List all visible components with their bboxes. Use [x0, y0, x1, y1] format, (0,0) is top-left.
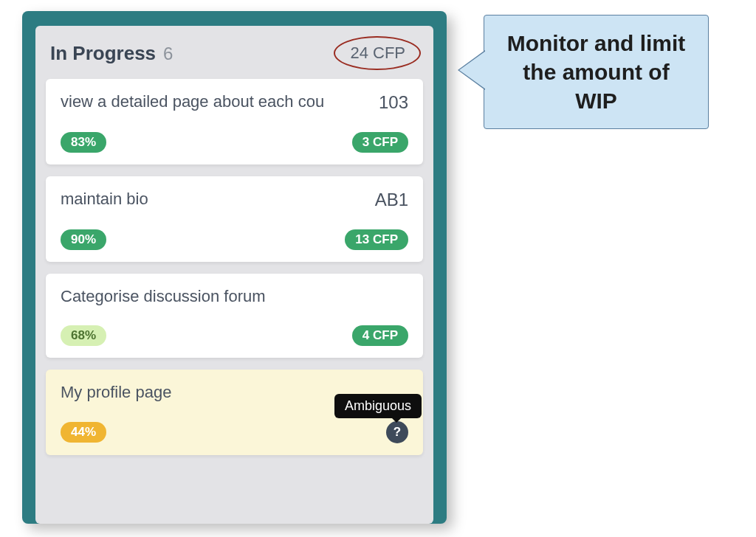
cfp-badge: 13 CFP [345, 229, 408, 250]
card-bottom-row: 44%?Ambiguous [61, 421, 408, 443]
column-title-wrap: In Progress 6 [50, 42, 173, 65]
card-bottom-row: 83%3 CFP [61, 132, 408, 153]
card-title: view a detailed page about each cou [61, 92, 368, 111]
task-card[interactable]: Categorise discussion forum68%4 CFP [46, 274, 423, 358]
column-in-progress: In Progress 6 24 CFP view a detailed pag… [35, 26, 433, 524]
card-title: maintain bio [61, 190, 365, 209]
column-title: In Progress [50, 42, 156, 65]
percent-badge: 68% [61, 325, 106, 346]
card-bottom-row: 68%4 CFP [61, 325, 408, 346]
card-list: view a detailed page about each cou10383… [46, 79, 423, 455]
task-card[interactable]: view a detailed page about each cou10383… [46, 79, 423, 164]
help-icon[interactable]: ?Ambiguous [386, 421, 408, 443]
task-card[interactable]: My profile page44%?Ambiguous [46, 370, 423, 455]
callout-text: Monitor and limit the amount of WIP [507, 31, 686, 113]
task-card[interactable]: maintain bioAB190%13 CFP [46, 176, 423, 262]
card-top-row: maintain bioAB1 [61, 190, 408, 210]
percent-badge: 83% [61, 132, 106, 153]
cfp-badge: 4 CFP [352, 325, 408, 346]
cfp-badge: 3 CFP [352, 132, 408, 153]
card-id: 103 [379, 92, 408, 113]
column-cfp-label: 24 CFP [350, 44, 405, 62]
card-top-row: view a detailed page about each cou103 [61, 92, 408, 113]
card-id: AB1 [375, 190, 408, 210]
column-count: 6 [163, 44, 173, 64]
column-header: In Progress 6 24 CFP [46, 36, 423, 79]
callout-tail [459, 51, 486, 89]
kanban-board-frame: In Progress 6 24 CFP view a detailed pag… [22, 11, 447, 524]
column-cfp-total: 24 CFP [337, 41, 419, 66]
card-bottom-row: 90%13 CFP [61, 229, 408, 250]
annotation-callout: Monitor and limit the amount of WIP [484, 15, 709, 129]
card-title: Categorise discussion forum [61, 287, 408, 306]
percent-badge: 90% [61, 229, 106, 250]
card-top-row: Categorise discussion forum [61, 287, 408, 306]
tooltip: Ambiguous [334, 394, 422, 418]
percent-badge: 44% [61, 422, 106, 443]
